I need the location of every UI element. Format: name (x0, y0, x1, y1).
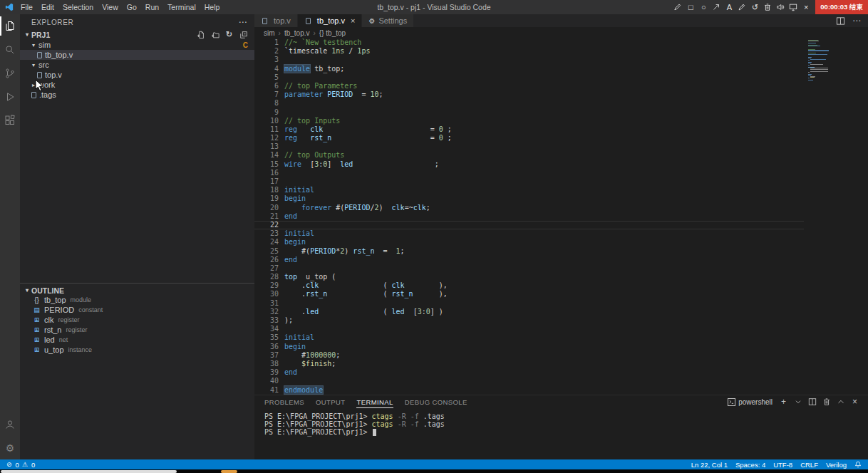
activity-explorer[interactable] (0, 14, 20, 38)
code-line-38[interactable]: 38 $finish; (254, 360, 804, 368)
breadcrumb-item[interactable]: tb_top.v (284, 29, 310, 37)
code-line-33[interactable]: 33); (254, 316, 804, 325)
code-line-3[interactable]: 3 (254, 56, 804, 64)
menu-help[interactable]: Help (200, 0, 224, 14)
code-line-11[interactable]: 11reg clk = 0 ; (254, 125, 804, 134)
tree-item-.tags[interactable]: .tags (20, 90, 254, 100)
code-line-22[interactable]: 22 (254, 221, 804, 229)
tab-top-v[interactable]: top.v (254, 14, 298, 27)
menu-selection[interactable]: Selection (58, 0, 98, 14)
code-line-7[interactable]: 7parameter PERIOD = 10; (254, 90, 804, 99)
maximize-icon[interactable] (836, 397, 845, 407)
code-line-31[interactable]: 31 (254, 299, 804, 308)
volume-icon[interactable] (774, 0, 787, 14)
code-line-27[interactable]: 27 (254, 264, 804, 273)
language-mode[interactable]: Verilog (826, 461, 847, 469)
code-line-35[interactable]: 35initial (254, 333, 804, 342)
tab-tb_top-v[interactable]: tb_top.v× (298, 14, 363, 27)
refresh-icon[interactable]: ↻ (224, 30, 234, 39)
project-section-header[interactable]: ▾ PRJ1 ↻ (20, 30, 254, 39)
tree-item-top.v[interactable]: top.v (20, 70, 254, 80)
outline-item-led[interactable]: ⊞lednet (20, 335, 254, 345)
code-line-23[interactable]: 23initial (254, 229, 804, 238)
indentation[interactable]: Spaces: 4 (735, 461, 765, 469)
code-line-1[interactable]: 1//~ `New testbench (254, 38, 804, 47)
code-line-8[interactable]: 8 (254, 99, 804, 108)
minimap[interactable] (808, 40, 859, 81)
new-folder-icon[interactable] (210, 30, 219, 39)
menu-go[interactable]: Go (123, 0, 141, 14)
outline-item-clk[interactable]: ⊞clkregister (20, 315, 254, 325)
close-icon[interactable]: × (850, 397, 859, 407)
trash-icon[interactable] (761, 0, 774, 14)
code-line-34[interactable]: 34 (254, 325, 804, 333)
menu-edit[interactable]: Edit (37, 0, 58, 14)
code-line-29[interactable]: 29 .clk ( clk ), (254, 281, 804, 290)
outline-item-rst_n[interactable]: ⊞rst_nregister (20, 325, 254, 335)
code-line-14[interactable]: 14// top Outputs (254, 151, 804, 160)
activity-account[interactable] (0, 412, 20, 436)
code-line-28[interactable]: 28top u_top ( (254, 273, 804, 281)
menu-run[interactable]: Run (141, 0, 163, 14)
close-icon[interactable]: × (351, 16, 355, 25)
code-line-16[interactable]: 16 (254, 169, 804, 177)
terminal-content[interactable]: PS E:\FPGA_PROJECT\prj1> ctags -R -f .ta… (254, 408, 868, 436)
tree-item-sim[interactable]: ▾simC (20, 40, 254, 50)
code-line-39[interactable]: 39end (254, 368, 804, 377)
code-line-40[interactable]: 40 (254, 377, 804, 385)
code-area[interactable]: 1//~ `New testbench2`timescale 1ns / 1ps… (254, 38, 804, 395)
explorer-more-icon[interactable]: ⋯ (238, 17, 247, 27)
tree-item-tb_top.v[interactable]: tb_top.v (20, 50, 254, 60)
marker-icon[interactable] (735, 0, 748, 14)
menu-file[interactable]: File (16, 0, 37, 14)
menu-terminal[interactable]: Terminal (163, 0, 200, 14)
code-line-32[interactable]: 32 .led ( led [3:0] ) (254, 308, 804, 316)
code-line-24[interactable]: 24begin (254, 238, 804, 246)
code-line-37[interactable]: 37 #1000000; (254, 351, 804, 360)
arrow-icon[interactable] (710, 0, 723, 14)
code-line-41[interactable]: 41endmodule (254, 386, 804, 395)
outline-section-header[interactable]: ▾ OUTLINE (20, 286, 254, 295)
code-line-19[interactable]: 19begin (254, 194, 804, 203)
code-line-25[interactable]: 25 #(PERIOD*2) rst_n = 1; (254, 247, 804, 256)
activity-run-debug[interactable] (0, 85, 20, 108)
panel-tab-terminal[interactable]: TERMINAL (356, 395, 393, 408)
outline-item-PERIOD[interactable]: ▤PERIODconstant (20, 305, 254, 315)
undo-icon[interactable]: ↺ (748, 0, 761, 14)
outline-item-u_top[interactable]: ⊞u_topinstance (20, 345, 254, 355)
collapse-all-icon[interactable] (239, 30, 248, 39)
eol-sequence[interactable]: CRLF (800, 461, 818, 469)
code-line-20[interactable]: 20 forever #(PERIOD/2) clk=~clk; (254, 204, 804, 212)
activity-source-control[interactable] (0, 61, 20, 85)
cursor-position[interactable]: Ln 22, Col 1 (691, 461, 728, 469)
display-icon[interactable] (787, 0, 800, 14)
code-line-9[interactable]: 9 (254, 108, 804, 117)
code-line-21[interactable]: 21end (254, 212, 804, 221)
code-line-18[interactable]: 18initial (254, 186, 804, 194)
pen-icon[interactable] (671, 0, 684, 14)
breadcrumb-item[interactable]: sim (264, 29, 275, 37)
outline-item-tb_top[interactable]: {}tb_topmodule (20, 295, 254, 305)
code-line-5[interactable]: 5 (254, 73, 804, 82)
close-icon[interactable]: × (800, 0, 812, 14)
split-editor-icon[interactable] (836, 16, 845, 26)
code-line-36[interactable]: 36begin (254, 343, 804, 351)
code-line-17[interactable]: 17 (254, 177, 804, 186)
tab-settings[interactable]: ⚙Settings (362, 14, 414, 27)
kill-icon[interactable] (822, 397, 831, 407)
encoding[interactable]: UTF-8 (773, 461, 792, 469)
code-line-4[interactable]: 4module tb_top; (254, 65, 804, 73)
activity-extensions[interactable] (0, 108, 20, 132)
split-icon[interactable] (807, 397, 817, 407)
dropdown-icon[interactable] (793, 397, 802, 407)
panel-tab-output[interactable]: OUTPUT (316, 395, 345, 408)
shell-selector[interactable]: powershell (728, 398, 773, 406)
code-line-15[interactable]: 15wire [3:0] led ; (254, 160, 804, 169)
code-line-30[interactable]: 30 .rst_n ( rst_n ), (254, 290, 804, 298)
problems-indicator[interactable]: ⊘ 0 ⚠ 0 (6, 461, 35, 469)
activity-settings[interactable]: ⚙ (0, 436, 20, 459)
rectangle-icon[interactable]: □ (684, 0, 697, 14)
breadcrumb-item[interactable]: {} tb_top (319, 29, 346, 37)
code-line-6[interactable]: 6// top Parameters (254, 82, 804, 90)
menu-view[interactable]: View (98, 0, 123, 14)
